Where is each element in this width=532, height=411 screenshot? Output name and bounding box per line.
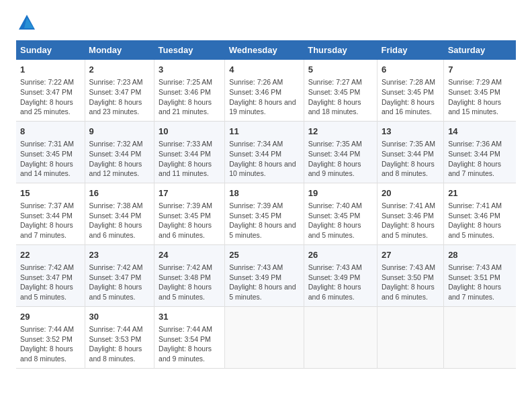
day-info: Sunrise: 7:41 AMSunset: 3:46 PMDaylight:… (448, 201, 512, 240)
day-number: 2 (89, 64, 150, 76)
day-info: Sunrise: 7:39 AMSunset: 3:45 PMDaylight:… (229, 201, 299, 240)
day-number: 22 (20, 249, 81, 261)
day-info: Sunrise: 7:38 AMSunset: 3:44 PMDaylight:… (89, 201, 150, 240)
calendar-header-row: SundayMondayTuesdayWednesdayThursdayFrid… (16, 40, 516, 60)
day-number: 3 (159, 64, 220, 76)
calendar-cell: 31Sunrise: 7:44 AMSunset: 3:54 PMDayligh… (154, 306, 225, 368)
header-day-sunday: Sunday (16, 40, 85, 60)
calendar-cell: 2Sunrise: 7:23 AMSunset: 3:47 PMDaylight… (85, 60, 154, 121)
calendar-week-row: 29Sunrise: 7:44 AMSunset: 3:52 PMDayligh… (16, 306, 516, 368)
day-number: 6 (382, 64, 439, 76)
calendar-cell: 8Sunrise: 7:31 AMSunset: 3:45 PMDaylight… (16, 121, 85, 183)
day-number: 5 (308, 64, 373, 76)
calendar-cell: 13Sunrise: 7:35 AMSunset: 3:44 PMDayligh… (378, 121, 444, 183)
day-info: Sunrise: 7:43 AMSunset: 3:50 PMDaylight:… (382, 263, 439, 302)
day-number: 11 (229, 126, 299, 138)
day-number: 13 (382, 126, 439, 138)
calendar-cell (444, 306, 516, 368)
day-number: 10 (159, 126, 220, 138)
calendar-cell: 1Sunrise: 7:22 AMSunset: 3:47 PMDaylight… (16, 60, 85, 121)
day-number: 17 (159, 187, 220, 199)
header-day-friday: Friday (378, 40, 444, 60)
day-info: Sunrise: 7:34 AMSunset: 3:44 PMDaylight:… (229, 139, 299, 179)
calendar-cell: 16Sunrise: 7:38 AMSunset: 3:44 PMDayligh… (85, 183, 154, 244)
day-info: Sunrise: 7:39 AMSunset: 3:45 PMDaylight:… (159, 201, 220, 240)
calendar-cell: 22Sunrise: 7:42 AMSunset: 3:47 PMDayligh… (16, 244, 85, 306)
day-number: 28 (448, 249, 512, 261)
day-info: Sunrise: 7:42 AMSunset: 3:47 PMDaylight:… (89, 263, 150, 302)
calendar-cell (304, 306, 377, 368)
day-info: Sunrise: 7:44 AMSunset: 3:53 PMDaylight:… (89, 324, 150, 364)
day-info: Sunrise: 7:31 AMSunset: 3:45 PMDaylight:… (20, 139, 81, 179)
calendar-cell: 25Sunrise: 7:43 AMSunset: 3:49 PMDayligh… (225, 244, 304, 306)
day-number: 15 (20, 187, 81, 199)
day-number: 21 (448, 187, 512, 199)
calendar-cell: 14Sunrise: 7:36 AMSunset: 3:44 PMDayligh… (444, 121, 516, 183)
day-number: 26 (308, 249, 373, 261)
day-number: 14 (448, 126, 512, 138)
day-number: 1 (20, 64, 81, 76)
calendar-cell: 11Sunrise: 7:34 AMSunset: 3:44 PMDayligh… (225, 121, 304, 183)
calendar-cell: 10Sunrise: 7:33 AMSunset: 3:44 PMDayligh… (154, 121, 225, 183)
calendar-cell (225, 306, 304, 368)
calendar-cell: 4Sunrise: 7:26 AMSunset: 3:46 PMDaylight… (225, 60, 304, 121)
header-day-wednesday: Wednesday (225, 40, 304, 60)
calendar-cell: 21Sunrise: 7:41 AMSunset: 3:46 PMDayligh… (444, 183, 516, 244)
day-number: 7 (448, 64, 512, 76)
day-info: Sunrise: 7:44 AMSunset: 3:54 PMDaylight:… (159, 324, 220, 364)
header-day-tuesday: Tuesday (154, 40, 225, 60)
day-info: Sunrise: 7:32 AMSunset: 3:44 PMDaylight:… (89, 139, 150, 179)
calendar-week-row: 1Sunrise: 7:22 AMSunset: 3:47 PMDaylight… (16, 60, 516, 121)
day-info: Sunrise: 7:36 AMSunset: 3:44 PMDaylight:… (448, 139, 512, 179)
logo-icon (17, 13, 36, 32)
calendar-cell: 28Sunrise: 7:43 AMSunset: 3:51 PMDayligh… (444, 244, 516, 306)
day-number: 9 (89, 126, 150, 138)
calendar-cell: 12Sunrise: 7:35 AMSunset: 3:44 PMDayligh… (304, 121, 377, 183)
day-number: 23 (89, 249, 150, 261)
day-info: Sunrise: 7:42 AMSunset: 3:47 PMDaylight:… (20, 263, 81, 302)
day-number: 20 (382, 187, 439, 199)
day-info: Sunrise: 7:27 AMSunset: 3:45 PMDaylight:… (308, 77, 373, 117)
day-info: Sunrise: 7:29 AMSunset: 3:45 PMDaylight:… (448, 77, 512, 117)
calendar-table: SundayMondayTuesdayWednesdayThursdayFrid… (16, 40, 516, 369)
day-number: 25 (229, 249, 299, 261)
day-info: Sunrise: 7:26 AMSunset: 3:46 PMDaylight:… (229, 77, 299, 117)
header-day-thursday: Thursday (304, 40, 377, 60)
day-info: Sunrise: 7:43 AMSunset: 3:49 PMDaylight:… (229, 263, 299, 302)
calendar-cell: 24Sunrise: 7:42 AMSunset: 3:48 PMDayligh… (154, 244, 225, 306)
calendar-week-row: 22Sunrise: 7:42 AMSunset: 3:47 PMDayligh… (16, 244, 516, 306)
day-info: Sunrise: 7:35 AMSunset: 3:44 PMDaylight:… (308, 139, 373, 179)
calendar-week-row: 15Sunrise: 7:37 AMSunset: 3:44 PMDayligh… (16, 183, 516, 244)
day-info: Sunrise: 7:23 AMSunset: 3:47 PMDaylight:… (89, 77, 150, 117)
day-number: 27 (382, 249, 439, 261)
day-number: 31 (159, 311, 220, 323)
calendar-cell: 9Sunrise: 7:32 AMSunset: 3:44 PMDaylight… (85, 121, 154, 183)
calendar-cell: 15Sunrise: 7:37 AMSunset: 3:44 PMDayligh… (16, 183, 85, 244)
day-info: Sunrise: 7:25 AMSunset: 3:46 PMDaylight:… (159, 77, 220, 117)
day-info: Sunrise: 7:41 AMSunset: 3:46 PMDaylight:… (382, 201, 439, 240)
calendar-cell: 19Sunrise: 7:40 AMSunset: 3:45 PMDayligh… (304, 183, 377, 244)
day-info: Sunrise: 7:22 AMSunset: 3:47 PMDaylight:… (20, 77, 81, 117)
calendar-cell: 26Sunrise: 7:43 AMSunset: 3:49 PMDayligh… (304, 244, 377, 306)
day-info: Sunrise: 7:28 AMSunset: 3:45 PMDaylight:… (382, 77, 439, 117)
day-info: Sunrise: 7:43 AMSunset: 3:49 PMDaylight:… (308, 263, 373, 302)
day-number: 24 (159, 249, 220, 261)
day-number: 4 (229, 64, 299, 76)
day-number: 18 (229, 187, 299, 199)
header-day-monday: Monday (85, 40, 154, 60)
day-number: 30 (89, 311, 150, 323)
header (16, 13, 516, 32)
calendar-cell: 27Sunrise: 7:43 AMSunset: 3:50 PMDayligh… (378, 244, 444, 306)
day-number: 16 (89, 187, 150, 199)
calendar-week-row: 8Sunrise: 7:31 AMSunset: 3:45 PMDaylight… (16, 121, 516, 183)
logo (16, 13, 36, 32)
day-info: Sunrise: 7:43 AMSunset: 3:51 PMDaylight:… (448, 263, 512, 302)
calendar-cell (378, 306, 444, 368)
day-number: 8 (20, 126, 81, 138)
day-info: Sunrise: 7:42 AMSunset: 3:48 PMDaylight:… (159, 263, 220, 302)
calendar-cell: 18Sunrise: 7:39 AMSunset: 3:45 PMDayligh… (225, 183, 304, 244)
day-info: Sunrise: 7:40 AMSunset: 3:45 PMDaylight:… (308, 201, 373, 240)
day-info: Sunrise: 7:44 AMSunset: 3:52 PMDaylight:… (20, 324, 81, 364)
day-number: 19 (308, 187, 373, 199)
calendar-cell: 7Sunrise: 7:29 AMSunset: 3:45 PMDaylight… (444, 60, 516, 121)
